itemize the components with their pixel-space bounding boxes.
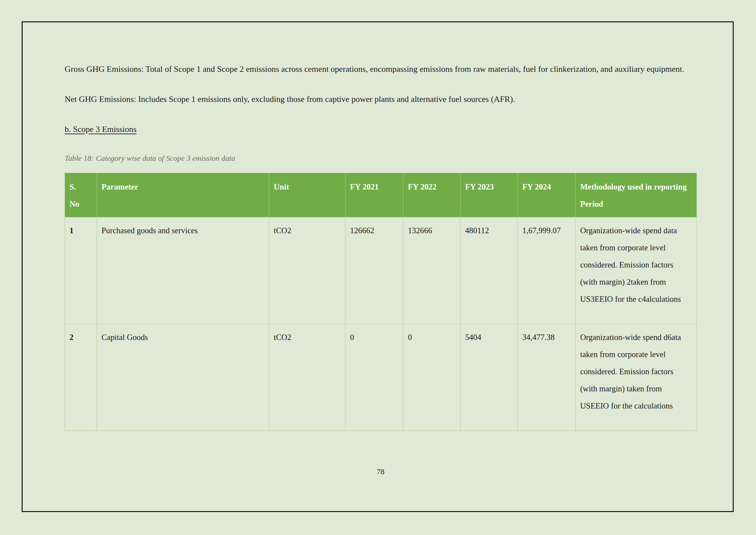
page-number: 78 [65,463,696,480]
table-row: 2 Capital Goods tCO2 0 0 5404 34,477.38 … [65,324,697,431]
cell-fy2021: 126662 [345,217,403,324]
section-heading-scope3: b. Scope 3 Emissions [65,121,696,138]
cell-fy2021: 0 [345,324,403,431]
cell-fy2023: 5404 [461,324,518,431]
cell-methodology: Organization-wide spend data taken from … [576,217,697,324]
cell-sno: 1 [65,217,97,324]
cell-fy2024: 34,477.38 [518,324,576,431]
col-header-parameter: Parameter [97,173,269,217]
page-content: Gross GHG Emissions: Total of Scope 1 an… [65,61,696,480]
col-header-fy2024: FY 2024 [518,173,576,217]
cell-unit: tCO2 [269,324,345,431]
table-header-row: S. No Parameter Unit FY 2021 FY 2022 FY … [65,173,697,217]
table-caption: Table 18: Category wise data of Scope 3 … [65,150,696,166]
table-row: 1 Purchased goods and services tCO2 1266… [65,217,697,324]
page-border-frame: Gross GHG Emissions: Total of Scope 1 an… [22,21,734,512]
cell-parameter: Purchased goods and services [97,217,269,324]
cell-unit: tCO2 [269,217,345,324]
cell-methodology: Organization-wide spend d6ata taken from… [576,324,697,431]
col-header-fy2021: FY 2021 [345,173,403,217]
col-header-sno: S. No [65,173,97,217]
col-header-fy2022: FY 2022 [403,173,461,217]
paragraph-gross-ghg-emissions: Gross GHG Emissions: Total of Scope 1 an… [65,61,696,78]
cell-parameter: Capital Goods [97,324,269,431]
col-header-unit: Unit [269,173,345,217]
paragraph-net-ghg-emissions: Net GHG Emissions: Includes Scope 1 emis… [65,91,696,108]
cell-fy2022: 0 [403,324,461,431]
cell-fy2024: 1,67,999.07 [518,217,576,324]
col-header-methodology: Methodology used in reporting Period [576,173,697,217]
scope3-emissions-table: S. No Parameter Unit FY 2021 FY 2022 FY … [65,173,697,431]
cell-fy2022: 132666 [403,217,461,324]
cell-fy2023: 480112 [461,217,518,324]
col-header-fy2023: FY 2023 [461,173,518,217]
cell-sno: 2 [65,324,97,431]
